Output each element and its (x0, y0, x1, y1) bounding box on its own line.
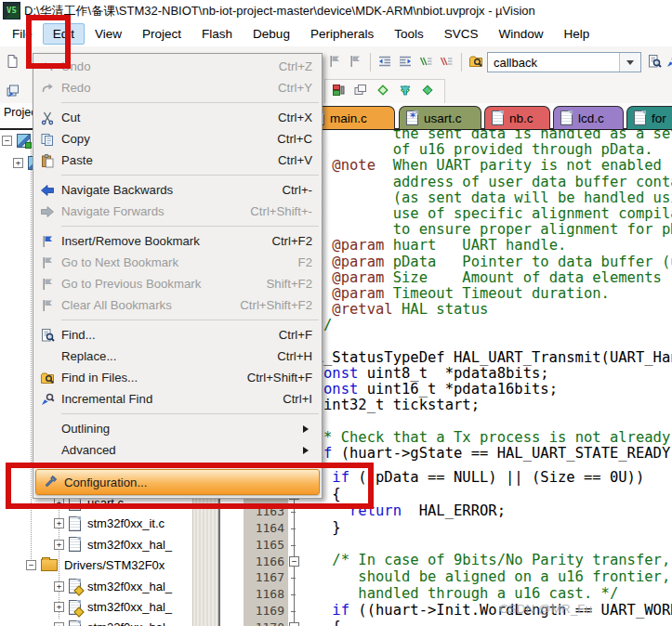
funnel-diamond-icon[interactable] (396, 81, 415, 99)
menu-item-label: Insert/Remove Bookmark (61, 234, 200, 248)
expand-box[interactable]: + (54, 581, 64, 592)
menu-item-go-to-next-bookmark[interactable]: Go to Next BookmarkF2 (33, 252, 322, 273)
menu-item-advanced[interactable]: Advanced (33, 439, 322, 461)
toolbar-separator (370, 53, 371, 72)
collapse-box[interactable]: − (26, 560, 36, 570)
menu-item-shortcut: Shift+F2 (267, 277, 312, 291)
menubar-item-debug[interactable]: Debug (243, 23, 300, 45)
fold-tick (291, 528, 296, 529)
diamond-icon[interactable] (374, 81, 392, 99)
code-area-top[interactable]: * the sent data is handled as a set of u… (297, 130, 672, 477)
expand-box[interactable]: + (54, 518, 64, 528)
expand-box[interactable]: + (54, 622, 64, 626)
bookmark-next-icon (33, 255, 61, 270)
annotation-box-configuration (6, 463, 374, 509)
fold-collapse-icon[interactable]: − (289, 556, 299, 567)
expand-box[interactable]: + (54, 540, 64, 550)
tab-usart-c[interactable]: *usart.c (399, 106, 481, 129)
indent-right-icon[interactable] (396, 52, 415, 71)
tab-label: for (652, 111, 666, 125)
tree-item-stm32f0xx-hal[interactable]: +stm32f0xx_hal_ (54, 536, 172, 554)
doc-icon (69, 516, 81, 531)
find-in-files-icon[interactable] (467, 52, 485, 71)
menubar-item-peripherals[interactable]: Peripherals (300, 23, 384, 45)
tree-item-stm32f0xx-hal[interactable]: +stm32f0xx_hal (54, 619, 165, 626)
menu-item-label: Incremental Find (61, 392, 152, 406)
menu-item-label: Outlining (61, 422, 110, 436)
line-number: 1166 (244, 554, 284, 570)
menu-item-label: Find... (61, 328, 96, 342)
expand-box[interactable]: + (54, 602, 64, 612)
tab-lcd-c[interactable]: lcd.c (553, 106, 624, 129)
menu-item-paste[interactable]: PasteCtrl+V (33, 150, 322, 171)
menu-item-navigate-backwards[interactable]: Navigate BackwardsCtrl+- (33, 179, 322, 201)
menubar-item-project[interactable]: Project (132, 23, 191, 45)
new-doc-icon[interactable] (4, 52, 22, 71)
fold-collapse-icon[interactable]: − (289, 622, 299, 626)
fold-tick (291, 512, 296, 513)
menu-item-outlining[interactable]: Outlining (33, 418, 322, 439)
menubar-item-svcs[interactable]: SVCS (434, 23, 489, 45)
copy-icon (33, 132, 61, 147)
find-icon (33, 328, 61, 343)
menubar-item-view[interactable]: View (85, 23, 132, 45)
menu-item-clear-all-bookmarks[interactable]: Clear All BookmarksCtrl+Shift+F2 (33, 294, 322, 316)
menu-item-label: Find in Files... (61, 371, 138, 385)
tree-item-stm32f0xx-hal[interactable]: +stm32f0xx_hal_ (54, 578, 172, 595)
menubar-item-window[interactable]: Window (488, 23, 553, 45)
collapse-box[interactable]: − (2, 136, 12, 146)
find-icon[interactable] (645, 52, 664, 71)
tree-item-stm32f0xx-it-c[interactable]: +stm32f0xx_it.c (54, 515, 165, 532)
menu-item-redo[interactable]: RedoCtrl+Y (33, 77, 322, 98)
bookmark-icon (33, 234, 61, 249)
menu-item-copy[interactable]: CopyCtrl+C (33, 128, 322, 150)
menubar-item-help[interactable]: Help (554, 23, 600, 45)
file-icon: * (406, 111, 418, 125)
search-combobox[interactable]: callback (487, 52, 641, 72)
bookmark-clear-icon[interactable] (346, 52, 364, 71)
tree-item-stm32f0xx-hal[interactable]: +stm32f0xx_hal_ (54, 598, 172, 616)
menu-item-navigate-forwards[interactable]: Navigate ForwardsCtrl+Shift+- (33, 201, 322, 222)
menu-item-undo[interactable]: UndoCtrl+Z (33, 56, 322, 77)
menu-item-shortcut: Ctrl+Shift+- (250, 204, 312, 218)
menu-item-incremental-find[interactable]: Incremental FindCtrl+I (33, 388, 322, 410)
combobox-dropdown-button[interactable] (619, 53, 640, 72)
menu-item-label: Navigate Backwards (61, 183, 173, 197)
menu-item-find-in-files[interactable]: Find in Files...Ctrl+Shift+F (33, 367, 322, 388)
menu-item-insert-remove-bookmark[interactable]: Insert/Remove BookmarkCtrl+F2 (33, 230, 322, 252)
pattern-diamond-icon[interactable] (418, 81, 437, 99)
menu-item-cut[interactable]: CutCtrl+X (33, 107, 322, 128)
tree-item-drivers-stm32f0x[interactable]: −Drivers/STM32F0x (26, 556, 165, 574)
tab-for[interactable]: for (626, 106, 672, 129)
bookmark-prev-icon[interactable] (325, 52, 344, 71)
menu-item-go-to-previous-bookmark[interactable]: Go to Previous BookmarkShift+F2 (33, 273, 322, 294)
search-combobox-value[interactable]: callback (488, 56, 619, 70)
tab-nb-c[interactable]: nb.c (484, 106, 550, 129)
tab-label: lcd.c (578, 111, 604, 125)
cut-icon (33, 111, 61, 125)
menubar-item-flash[interactable]: Flash (191, 23, 243, 45)
tree-item-label: stm32f0xx_hal_ (87, 600, 172, 614)
menu-item-shortcut: Ctrl+I (283, 392, 312, 406)
uncomment-icon[interactable] (437, 52, 455, 71)
tree-item-label: stm32f0xx_hal_ (87, 538, 172, 552)
menubar-item-tools[interactable]: Tools (384, 23, 434, 45)
submenu-arrow-icon (303, 425, 312, 433)
comment-icon[interactable] (416, 52, 435, 71)
menu-item-replace[interactable]: Replace...Ctrl+H (33, 346, 322, 367)
flash-download-icon[interactable] (329, 81, 348, 99)
menu-item-shortcut: Ctrl+F (279, 328, 312, 342)
incremental-find-icon[interactable] (664, 52, 672, 71)
build-icon[interactable] (4, 81, 22, 99)
menu-item-find[interactable]: Find...Ctrl+F (33, 324, 322, 346)
windows-icon[interactable] (351, 81, 370, 99)
redo-icon (33, 81, 61, 96)
menu-item-shortcut: Ctrl+Shift+F (247, 371, 312, 385)
menu-item-shortcut: Ctrl+C (277, 132, 312, 146)
menu-item-label: Go to Previous Bookmark (61, 277, 201, 291)
expand-box[interactable]: + (13, 158, 23, 168)
line-number: 1169 (244, 603, 284, 619)
indent-left-icon[interactable] (376, 52, 394, 71)
menu-item-shortcut: Ctrl+F2 (271, 234, 312, 248)
paste-icon (33, 153, 61, 168)
